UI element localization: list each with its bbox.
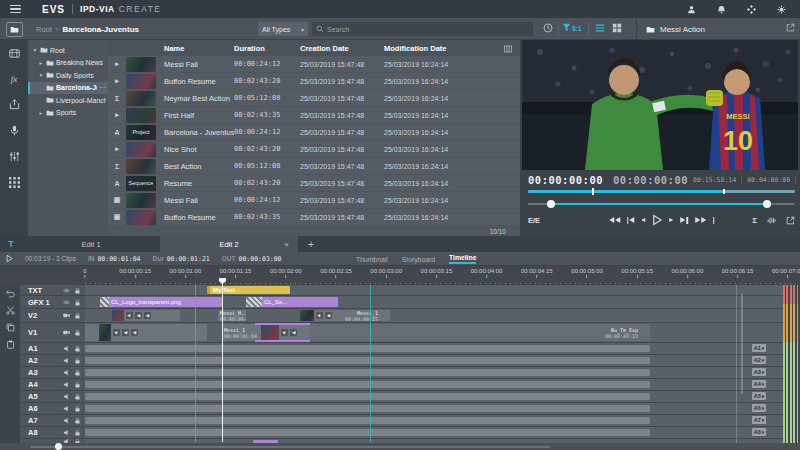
track-header[interactable]: A8 xyxy=(20,427,85,438)
trim-left-icon[interactable]: ◀ xyxy=(290,329,297,336)
search-input[interactable] xyxy=(327,26,529,33)
visibility-eye-icon[interactable] xyxy=(63,299,70,306)
vertical-scrollbar[interactable] xyxy=(741,294,743,394)
clip-cl-logo[interactable]: CL_Logo_transparent.png xyxy=(100,297,222,307)
table-row[interactable]: ▸ Buffon Resume 00:02:43:20 25/03/2019 1… xyxy=(108,73,520,90)
filter-ratio-label[interactable]: 8:1 xyxy=(572,25,581,32)
speaker-icon[interactable] xyxy=(114,330,119,335)
trim-left-icon[interactable]: ◀ xyxy=(122,329,129,336)
trim-left-icon[interactable]: ◀ xyxy=(144,312,151,319)
clip-v1-1[interactable]: ◀ ◀ xyxy=(85,324,207,341)
go-to-start-button[interactable] xyxy=(627,217,635,224)
lock-icon[interactable] xyxy=(74,429,81,436)
timeline-playhead[interactable] xyxy=(222,278,223,442)
track-header[interactable]: A1 xyxy=(20,343,85,354)
timeline-ruler[interactable]: 000:00:00:1500:00:01:0000:00:01:1500:00:… xyxy=(85,266,800,285)
lock-icon[interactable] xyxy=(74,357,81,364)
column-header-name[interactable]: Name xyxy=(164,44,234,53)
audio-clip[interactable] xyxy=(85,429,650,436)
refresh-clock-icon[interactable] xyxy=(543,23,553,33)
column-settings-icon[interactable] xyxy=(504,45,512,53)
trim-out-handle[interactable] xyxy=(763,200,771,208)
audio-channel-badge[interactable]: A7▾ xyxy=(752,416,766,424)
column-header-modification-date[interactable]: Modification Date xyxy=(384,44,504,53)
audio-channel-badge[interactable]: A1▾ xyxy=(752,344,766,352)
audio-channel-badge[interactable]: A8▾ xyxy=(752,428,766,436)
chevron-right-icon[interactable]: ▸ xyxy=(38,60,44,66)
view-timeline[interactable]: Timeline xyxy=(449,254,476,264)
track-header[interactable]: A6 xyxy=(20,403,85,414)
track-header[interactable]: V1 xyxy=(20,323,85,342)
speaker-icon[interactable] xyxy=(63,357,70,364)
undo-icon[interactable] xyxy=(6,289,15,298)
list-view-icon[interactable] xyxy=(595,23,605,33)
table-row[interactable]: Σ Neymar Best Action 00:05:12:08 25/03/2… xyxy=(108,90,520,107)
step-back-button[interactable] xyxy=(641,218,645,222)
table-row[interactable]: ▸ Messi Fail 00:00:24:12 25/03/2019 15:4… xyxy=(108,56,520,73)
trim-range[interactable] xyxy=(552,203,766,205)
speaker-icon[interactable] xyxy=(63,381,70,388)
lock-icon[interactable] xyxy=(74,312,81,319)
track-header[interactable]: V2 xyxy=(20,309,85,322)
microphone-icon[interactable] xyxy=(9,125,20,136)
tree-item-barcelona-juventus[interactable]: Barcelona-Juventus ⋯ xyxy=(28,82,108,95)
speaker-icon[interactable] xyxy=(127,313,132,318)
chevron-right-icon[interactable]: ▸ xyxy=(38,110,44,116)
speaker-icon[interactable] xyxy=(282,330,287,335)
zoom-slider-track[interactable] xyxy=(30,446,550,448)
playback-progress-bar[interactable] xyxy=(528,190,795,193)
effects-fx-icon[interactable]: fx xyxy=(11,74,18,84)
column-header-creation-date[interactable]: Creation Date xyxy=(300,44,384,53)
trim-left-icon[interactable]: ◀ xyxy=(131,329,138,336)
tree-item-liverpool-manchester[interactable]: Liverpool-Manchester xyxy=(28,94,108,107)
audio-clip[interactable] xyxy=(85,357,650,364)
trim-left-icon[interactable]: ◀ xyxy=(325,312,332,319)
track-header[interactable]: A5 xyxy=(20,391,85,402)
lock-icon[interactable] xyxy=(74,381,81,388)
audio-levels-icon[interactable] xyxy=(767,216,776,225)
speaker-icon[interactable] xyxy=(317,313,322,318)
browse-tab[interactable] xyxy=(0,18,28,40)
audio-clip[interactable] xyxy=(85,345,650,352)
progress-playhead[interactable] xyxy=(592,188,594,195)
tree-item-root[interactable]: ▾ Root xyxy=(28,44,108,57)
table-row[interactable]: ▸ First Half 00:02:43:35 25/03/2019 15:4… xyxy=(108,107,520,124)
table-row[interactable]: A Project Barcelona - Juventus 00:00:24:… xyxy=(108,124,520,141)
clip-v2-1[interactable]: ◀ ◀ xyxy=(112,310,180,321)
breadcrumb-root[interactable]: Root xyxy=(36,25,52,34)
audio-clip[interactable] xyxy=(85,381,650,388)
lock-icon[interactable] xyxy=(74,287,81,294)
track-header[interactable]: A7 xyxy=(20,415,85,426)
sliders-icon[interactable] xyxy=(9,151,20,162)
track-header[interactable]: A4 xyxy=(20,379,85,390)
trim-left-icon[interactable]: ◀ xyxy=(135,312,142,319)
lock-icon[interactable] xyxy=(74,329,81,336)
speaker-icon[interactable] xyxy=(63,405,70,412)
clip-v1-long[interactable]: Bu_Tm_Exp00:00:43:13 xyxy=(310,324,650,341)
grid-view-icon[interactable] xyxy=(612,23,622,33)
speaker-icon[interactable] xyxy=(63,393,70,400)
table-row[interactable]: ▸ Nice Shot 00:02:43:20 25/03/2019 15:47… xyxy=(108,141,520,158)
zoom-slider-handle[interactable] xyxy=(55,443,62,450)
fast-rewind-button[interactable] xyxy=(609,217,620,223)
tree-item-daily-sports[interactable]: ▾ Daily Sports xyxy=(28,69,108,82)
audio-clip[interactable] xyxy=(85,369,650,376)
trim-in-handle[interactable] xyxy=(547,200,555,208)
copy-icon[interactable] xyxy=(6,323,15,332)
monitor-icon[interactable] xyxy=(63,329,70,336)
share-export-icon[interactable] xyxy=(9,99,20,110)
view-thumbnail[interactable]: Thumbnail xyxy=(356,256,388,263)
speaker-icon[interactable] xyxy=(63,417,70,424)
lock-icon[interactable] xyxy=(74,405,81,412)
more-options-icon[interactable]: ⋯ xyxy=(99,84,106,92)
lock-icon[interactable] xyxy=(74,393,81,400)
settings-gear-icon[interactable] xyxy=(777,5,786,14)
go-to-end-button[interactable] xyxy=(680,217,688,224)
mark-button[interactable] xyxy=(713,217,715,224)
audio-clip[interactable] xyxy=(85,417,650,424)
tab-edit-1[interactable]: Edit 1 xyxy=(22,236,160,252)
view-storyboard[interactable]: Storyboard xyxy=(402,256,435,263)
speaker-icon[interactable] xyxy=(63,429,70,436)
table-row[interactable]: ▣ Messi Fail 00:00:24:12 25/03/2019 15:4… xyxy=(108,192,520,209)
ee-button[interactable]: E/E xyxy=(528,216,540,225)
